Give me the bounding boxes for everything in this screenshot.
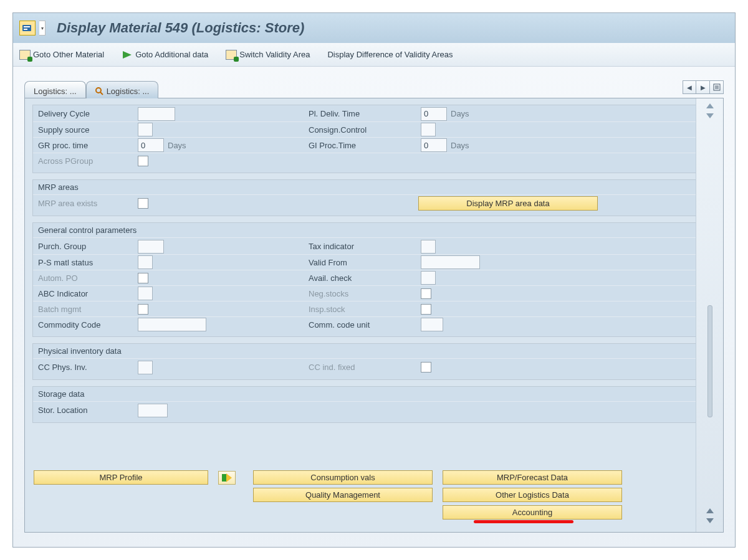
tab-scroll-left-button[interactable]: ◀: [683, 80, 696, 94]
arrow-right-icon: [122, 50, 133, 60]
mrp-areas-group: MRP areas MRP area exists Display MRP ar…: [32, 179, 716, 216]
svg-marker-10: [226, 473, 232, 482]
gr-proc-time-input[interactable]: [138, 138, 164, 152]
comm-code-unit-input[interactable]: [421, 318, 443, 331]
purch-group-input[interactable]: [138, 240, 164, 254]
switch-validity-area-button[interactable]: Switch Validity Area: [226, 50, 310, 60]
neg-stocks-checkbox[interactable]: [421, 288, 431, 299]
insp-stock-checkbox[interactable]: [421, 304, 431, 315]
pl-deliv-time-label: Pl. Deliv. Time: [309, 109, 421, 118]
svg-rect-1: [24, 26, 30, 27]
document-switch-icon: [226, 50, 237, 60]
scroll-thumb[interactable]: [707, 305, 712, 417]
physical-inventory-group: Physical inventory data CC Phys. Inv. CC…: [32, 343, 716, 380]
mrp-area-exists-checkbox[interactable]: [138, 198, 148, 209]
gi-proc-time-label: GI Proc.Time: [309, 141, 421, 150]
title-menu-dropdown-icon[interactable]: ▾: [39, 21, 46, 36]
svg-rect-9: [222, 474, 226, 482]
abc-indicator-input[interactable]: [138, 287, 153, 300]
valid-from-input[interactable]: [421, 255, 480, 269]
goto-additional-data-label: Goto Additional data: [135, 50, 208, 59]
scroll-down-icon[interactable]: [706, 113, 714, 118]
tab-list-button[interactable]: [710, 80, 724, 94]
neg-stocks-label: Neg.stocks: [309, 289, 421, 298]
consumption-vals-button[interactable]: Consumption vals: [253, 470, 433, 485]
tab-logistics-1[interactable]: Logistics: ...: [24, 81, 86, 98]
gi-proc-time-input[interactable]: [421, 138, 447, 152]
cc-phys-inv-input[interactable]: [138, 361, 153, 374]
storage-data-title: Storage data: [33, 387, 715, 402]
svg-point-3: [96, 88, 101, 93]
gr-proc-time-label: GR proc. time: [38, 141, 138, 150]
scroll-up-icon[interactable]: [706, 103, 714, 108]
storage-data-group: Storage data Stor. Location: [32, 386, 716, 423]
commodity-code-label: Commodity Code: [38, 320, 138, 330]
delivery-group: Delivery Cycle Pl. Deliv. Time Days Supp…: [32, 105, 716, 173]
mrp-forecast-label: MRP/Forecast Data: [497, 473, 568, 482]
tab-panel: Delivery Cycle Pl. Deliv. Time Days Supp…: [24, 98, 724, 533]
across-pgroup-label: Across PGroup: [38, 156, 138, 166]
ps-matl-status-label: P-S matl status: [38, 258, 138, 267]
page-title: Display Material 549 (Logistics: Store): [57, 20, 304, 36]
commodity-code-input[interactable]: [138, 318, 206, 331]
autom-po-checkbox[interactable]: [138, 273, 148, 283]
avail-check-input[interactable]: [421, 271, 436, 285]
avail-check-label: Avail. check: [309, 273, 421, 283]
ps-matl-status-input[interactable]: [138, 255, 153, 269]
stor-location-input[interactable]: [138, 404, 168, 417]
panel-scroll-rail: [696, 98, 723, 532]
quality-management-button[interactable]: Quality Management: [253, 488, 433, 502]
accounting-button[interactable]: Accounting: [443, 505, 622, 520]
quality-management-label: Quality Management: [305, 490, 380, 500]
tab-strip-area: Logistics: ... Logistics: ... ◀ ▶ Deliv: [13, 67, 735, 533]
goto-additional-data-button[interactable]: Goto Additional data: [122, 50, 208, 60]
tax-indicator-label: Tax indicator: [309, 242, 421, 251]
consign-control-input[interactable]: [421, 123, 436, 136]
scroll-up-icon[interactable]: [706, 508, 714, 513]
batch-mgmt-label: Batch mgmt: [38, 305, 138, 314]
autom-po-label: Autom. PO: [38, 273, 138, 283]
scroll-down-icon[interactable]: [706, 518, 714, 523]
other-logistics-button[interactable]: Other Logistics Data: [443, 488, 622, 502]
accounting-label: Accounting: [512, 508, 552, 517]
gr-proc-time-unit: Days: [168, 141, 186, 150]
tab-row: Logistics: ... Logistics: ...: [24, 80, 724, 98]
pl-deliv-time-unit: Days: [451, 109, 469, 118]
highlight-underline: [474, 520, 573, 523]
bottom-button-grid: MRP Profile Consumption vals MRP/Forecas…: [34, 470, 601, 520]
display-mrp-area-button[interactable]: Display MRP area data: [418, 196, 598, 211]
window-frame: ▾ Display Material 549 (Logistics: Store…: [12, 12, 736, 548]
tab-label: Logistics: ...: [34, 87, 77, 96]
document-switch-icon: [19, 50, 31, 60]
stor-location-label: Stor. Location: [38, 406, 138, 415]
title-bar: ▾ Display Material 549 (Logistics: Store…: [13, 13, 735, 43]
consumption-vals-label: Consumption vals: [310, 473, 375, 482]
cc-ind-fixed-checkbox[interactable]: [421, 362, 431, 373]
delivery-cycle-input[interactable]: [138, 107, 175, 121]
tab-scroll-right-button[interactable]: ▶: [696, 80, 710, 94]
supply-source-label: Supply source: [38, 125, 138, 135]
comm-code-unit-label: Comm. code unit: [309, 320, 421, 330]
supply-source-input[interactable]: [138, 123, 153, 136]
svg-rect-2: [24, 29, 27, 30]
gi-proc-time-unit: Days: [451, 141, 469, 150]
batch-mgmt-checkbox[interactable]: [138, 304, 148, 315]
pl-deliv-time-input[interactable]: [421, 107, 447, 121]
mrp-profile-label: MRP Profile: [99, 473, 142, 482]
consign-control-label: Consign.Control: [309, 125, 421, 135]
mrp-profile-button[interactable]: MRP Profile: [34, 470, 208, 485]
app-icon: [19, 21, 36, 36]
other-logistics-label: Other Logistics Data: [496, 490, 569, 500]
goto-other-material-button[interactable]: Goto Other Material: [19, 50, 104, 60]
across-pgroup-checkbox[interactable]: [138, 156, 148, 166]
tax-indicator-input[interactable]: [421, 240, 436, 254]
insp-stock-label: Insp.stock: [309, 305, 421, 314]
arrow-exit-icon: [221, 473, 233, 483]
mrp-forecast-button[interactable]: MRP/Forecast Data: [443, 470, 622, 485]
svg-line-4: [100, 92, 103, 95]
navigate-next-button[interactable]: [218, 471, 236, 485]
display-difference-label: Display Difference of Validity Areas: [327, 50, 453, 59]
goto-other-material-label: Goto Other Material: [33, 50, 104, 59]
display-difference-button[interactable]: Display Difference of Validity Areas: [327, 50, 453, 59]
tab-logistics-2[interactable]: Logistics: ...: [86, 81, 159, 98]
